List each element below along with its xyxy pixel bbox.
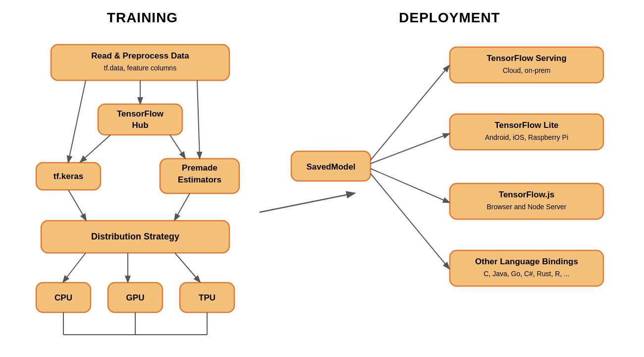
estimators-title: Premade (182, 163, 217, 173)
svg-rect-26 (450, 114, 603, 150)
hub-title: TensorFlow (116, 109, 163, 119)
bindings-title: Other Language Bindings (475, 257, 578, 266)
svg-line-17 (63, 253, 86, 282)
serving-title: TensorFlow Serving (486, 54, 566, 63)
tpu-title: TPU (199, 293, 215, 302)
svg-line-16 (175, 193, 190, 220)
deployment-title: DEPLOYMENT (399, 10, 500, 26)
svg-line-12 (197, 80, 200, 158)
cpu-title: CPU (54, 293, 72, 302)
deployment-diagram: SavedModel TensorFlow Serving Cloud, on-… (276, 35, 623, 322)
gpu-title: GPU (126, 293, 144, 302)
keras-title: tf.keras (53, 172, 83, 181)
svg-text:Estimators: Estimators (178, 175, 221, 184)
svg-line-11 (68, 80, 86, 162)
diagram-container: TRAINING Read & Preprocess Data tf.data,… (0, 0, 644, 357)
svg-line-30 (371, 134, 449, 164)
svg-rect-0 (51, 45, 229, 80)
svg-line-13 (81, 135, 110, 162)
lite-sub: Android, iOS, Raspberry Pi (484, 133, 568, 141)
training-section: TRAINING Read & Preprocess Data tf.data,… (21, 10, 264, 352)
js-title: TensorFlow.js (498, 190, 554, 199)
preprocess-title: Read & Preprocess Data (91, 51, 189, 60)
deployment-section: DEPLOYMENT SavedModel TensorFlow Serving… (276, 10, 623, 322)
svg-line-15 (68, 190, 86, 220)
js-sub: Browser and Node Server (486, 203, 566, 211)
svg-line-32 (371, 174, 449, 268)
svg-line-19 (175, 253, 200, 282)
svg-line-31 (371, 169, 449, 202)
svg-rect-28 (450, 250, 603, 286)
serving-sub: Cloud, on-prem (502, 66, 550, 74)
bindings-sub: C, Java, Go, C#, Rust, R, ... (483, 270, 570, 278)
svg-rect-25 (450, 47, 603, 83)
training-diagram: Read & Preprocess Data tf.data, feature … (21, 35, 264, 352)
lite-title: TensorFlow Lite (494, 120, 558, 130)
savedmodel-title: SavedModel (306, 162, 355, 172)
preprocess-sub: tf.data, feature columns (104, 64, 176, 72)
svg-rect-27 (450, 183, 603, 219)
svg-line-29 (371, 66, 449, 160)
svg-line-14 (170, 135, 185, 158)
svg-text:Hub: Hub (132, 120, 148, 130)
training-title: TRAINING (107, 10, 178, 26)
distribution-title: Distribution Strategy (91, 232, 179, 241)
